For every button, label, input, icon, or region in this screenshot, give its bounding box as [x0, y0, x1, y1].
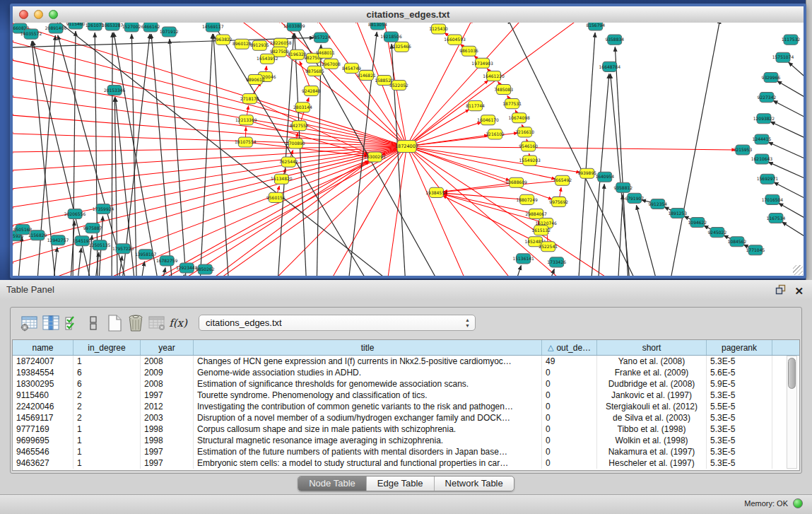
table-cell: 1: [73, 356, 141, 367]
citation-edge-black: [95, 33, 98, 276]
table-row[interactable]: 946362711997Embryonic stem cells: a mode…: [13, 457, 799, 469]
table-body: 1872400712008Changes of HCN gene express…: [13, 356, 799, 469]
new-table-icon[interactable]: [104, 313, 125, 334]
graph-node-label: 9560156: [266, 195, 286, 200]
graph-node-label: 8427552: [290, 123, 309, 128]
status-bar: Memory: OK: [0, 494, 812, 514]
window-title: citations_edges.txt: [367, 9, 450, 20]
table-cell: Estimation of significance thresholds fo…: [194, 378, 542, 390]
minimize-window-button[interactable]: [34, 10, 43, 19]
citation-edge-red: [13, 146, 406, 245]
graph-node-label: 29884067: [525, 211, 547, 216]
citation-edge-black: [18, 237, 22, 276]
table-cell: 2009: [141, 367, 194, 378]
column-header-short[interactable]: short: [597, 340, 707, 355]
graph-node-label: 17957223: [112, 246, 134, 251]
table-cell: 2008: [141, 378, 194, 390]
graph-node-label: 20891406: [45, 25, 67, 30]
row-height-icon[interactable]: [83, 313, 104, 334]
memory-indicator-icon[interactable]: [793, 498, 803, 508]
column-header-title[interactable]: title: [194, 340, 542, 355]
graph-node-label: 12923448: [176, 265, 198, 270]
table-settings-icon[interactable]: [19, 313, 40, 334]
table-row[interactable]: 977716911998Corpus callosum shape and si…: [13, 424, 799, 435]
function-builder-button[interactable]: f(x): [167, 313, 189, 334]
column-header-label: short: [642, 343, 661, 353]
graph-node-label: 9912354: [648, 201, 667, 206]
combobox-arrows-icon: ▲▼: [465, 317, 470, 329]
citation-edge-red: [218, 146, 406, 276]
window-titlebar[interactable]: citations_edges.txt: [13, 6, 804, 23]
zoom-window-button[interactable]: [49, 10, 58, 19]
citation-edge-black: [636, 205, 656, 276]
close-panel-icon[interactable]: ✕: [794, 286, 804, 296]
table-selector-value: citations_edges.txt: [206, 317, 282, 328]
graph-node-label: 10653287: [102, 23, 124, 28]
vertical-scrollbar[interactable]: [787, 356, 797, 469]
graph-node-label: 16648784: [599, 64, 621, 69]
table-row[interactable]: 1830029562008Estimation of significance …: [13, 378, 799, 390]
float-panel-icon[interactable]: [775, 284, 786, 298]
graph-node-label: 15136141: [512, 256, 534, 261]
graph-node-label: 9358812: [613, 185, 632, 190]
table-cell: Wolkin et al. (1998): [597, 435, 707, 446]
delete-trash-icon[interactable]: [125, 313, 146, 334]
tab-node-table[interactable]: Node Table: [298, 477, 366, 491]
table-row[interactable]: 911546021997Tourette syndrome. Phenomeno…: [13, 390, 799, 401]
graph-node-label: 1244415: [753, 136, 772, 141]
column-header-year[interactable]: year: [141, 340, 194, 355]
table-cell: Disruption of a novel member of a sodium…: [194, 412, 542, 424]
table-row[interactable]: 1456911722003Disruption of a novel membe…: [13, 412, 799, 424]
network-view-window: citations_edges.txt 16608231403557220891…: [10, 4, 806, 279]
table-cell: 49: [542, 356, 597, 367]
table-cell: Tibbo et al. (1998): [597, 424, 707, 435]
delete-table-disabled-icon: [146, 313, 167, 334]
table-cell: 5.9E-5: [707, 378, 772, 390]
table-row[interactable]: 969969511998Structural magnetic resonanc…: [13, 435, 799, 446]
graph-node-label: 16782759: [156, 258, 178, 263]
graph-node-label: 1167534: [767, 216, 786, 221]
table-cell: 5.3E-5: [707, 424, 772, 435]
table-row[interactable]: 946554611997Estimation of the future num…: [13, 446, 799, 457]
graph-node-label: 2803144: [293, 105, 312, 110]
column-header-name[interactable]: name: [13, 340, 73, 355]
table-cell: Corpus callosum shape and size in male p…: [194, 424, 542, 435]
graph-node-label: 9242848: [302, 88, 321, 93]
window-resize-grip[interactable]: [793, 265, 803, 275]
citation-edge-red: [406, 81, 488, 146]
table-row[interactable]: 1872400712008Changes of HCN gene express…: [13, 356, 799, 367]
graph-node-label: 15549203: [519, 158, 541, 163]
select-column-icon[interactable]: [40, 313, 61, 334]
table-cell: 9465546: [13, 446, 73, 457]
column-header-label: title: [361, 343, 375, 353]
graph-node-label: 10688609: [505, 180, 527, 185]
table-cell: 1: [73, 457, 141, 469]
graph-node-label: 9329966: [762, 75, 781, 80]
right-edge-strip: [806, 0, 812, 280]
table-cell: 5.3E-5: [707, 446, 772, 457]
select-all-checklist-icon[interactable]: [61, 313, 83, 334]
tab-network-table[interactable]: Network Table: [434, 477, 514, 491]
table-selector-combobox[interactable]: citations_edges.txt ▲▼: [199, 315, 476, 331]
column-header-pagerank[interactable]: pagerank: [707, 340, 772, 355]
table-cell: Dudbridge et al. (2008): [597, 378, 707, 390]
graph-node-label: 1615132: [531, 228, 551, 233]
table-row[interactable]: 2242004622012Investigating the contribut…: [13, 401, 799, 412]
scrollbar-thumb[interactable]: [788, 358, 796, 389]
graph-node-label: 17016504: [762, 197, 784, 202]
graph-node-label: 12942757: [47, 238, 69, 243]
table-cell: 6: [73, 378, 141, 390]
column-header-in_degree[interactable]: in_degree: [73, 340, 141, 355]
close-window-button[interactable]: [19, 10, 28, 19]
table-cell: 1997: [141, 390, 194, 401]
graph-node-label: 16461220: [483, 74, 505, 78]
tab-edge-table[interactable]: Edge Table: [366, 477, 434, 491]
table-cell: Nakamura et al. (1997): [597, 446, 707, 457]
network-graph[interactable]: 1660823140355722089140691154601261073106…: [13, 23, 804, 276]
graph-node-label: 2522541: [539, 244, 558, 249]
network-canvas[interactable]: 1660823140355722089140691154601261073106…: [13, 23, 804, 276]
table-row[interactable]: 1938455462009Genome-wide association stu…: [13, 367, 799, 378]
table-cell: 6: [73, 367, 141, 378]
citation-edge-red: [13, 146, 406, 207]
column-header-out_de[interactable]: △out_de…: [542, 340, 597, 355]
